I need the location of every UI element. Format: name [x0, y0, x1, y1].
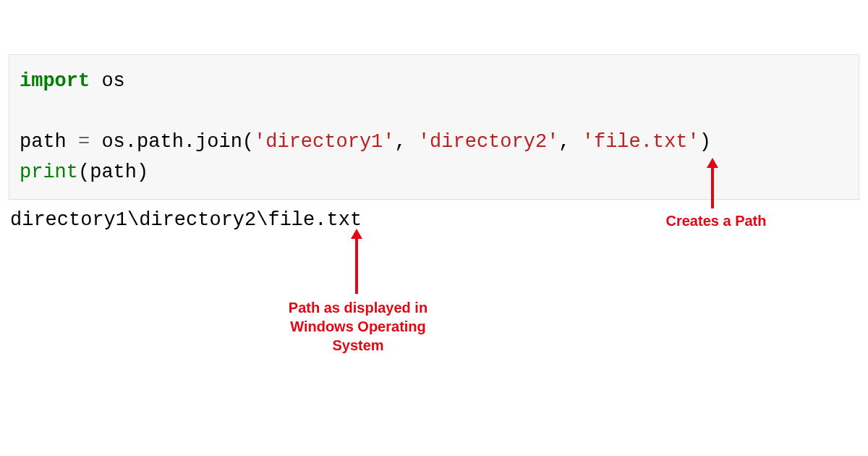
code-line-1: import os [20, 67, 848, 97]
var-path: path [20, 131, 78, 153]
string-dir1: 'directory1' [254, 131, 394, 153]
code-block: import os path = os.path.join('directory… [9, 54, 859, 200]
annotation-path-line2: Windows Operating [286, 317, 430, 336]
close-paren: ) [699, 131, 711, 153]
equals-op: = [78, 131, 90, 153]
keyword-import: import [20, 70, 90, 92]
svg-marker-1 [707, 158, 718, 168]
string-file: 'file.txt' [582, 131, 699, 153]
string-dir2: 'directory2' [418, 131, 558, 153]
code-line-3: path = os.path.join('directory1', 'direc… [20, 127, 848, 158]
code-line-2 [20, 97, 848, 127]
annotation-creates-path-text: Creates a Path [666, 213, 767, 229]
output-text: directory1\directory2\file.txt [10, 209, 362, 231]
module-name: os [90, 70, 125, 92]
arrow-path-display [349, 229, 364, 294]
annotation-creates-path: Creates a Path [658, 211, 774, 230]
annotation-path-line3: System [286, 336, 430, 355]
comma-2: , [558, 131, 582, 153]
comma-1: , [395, 131, 418, 153]
annotation-path-display: Path as displayed in Windows Operating S… [286, 298, 430, 355]
print-func: print [20, 161, 78, 183]
print-arg: (path) [78, 161, 148, 183]
os-path-join: os.path.join( [90, 131, 254, 153]
svg-marker-3 [351, 229, 362, 239]
code-line-4: print(path) [20, 158, 848, 188]
annotation-path-line1: Path as displayed in [286, 298, 430, 317]
arrow-creates-path [705, 158, 720, 208]
